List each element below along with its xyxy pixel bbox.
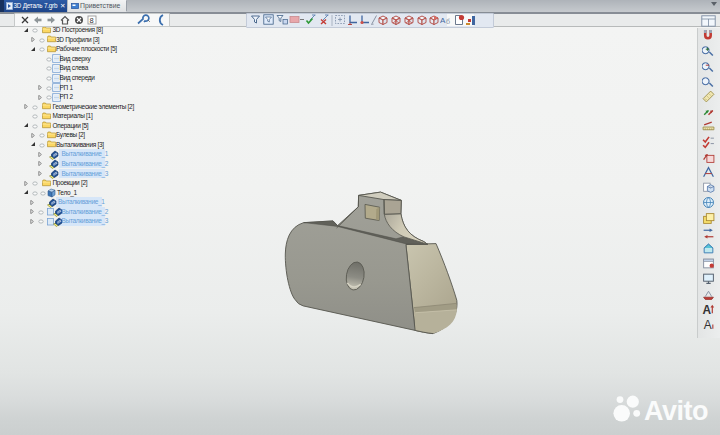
svg-text:Avito: Avito <box>644 396 708 426</box>
svg-text:б: б <box>446 18 450 25</box>
svg-text:A: A <box>704 318 712 331</box>
svg-text:8: 8 <box>90 16 94 25</box>
svg-text:A: A <box>703 303 712 316</box>
